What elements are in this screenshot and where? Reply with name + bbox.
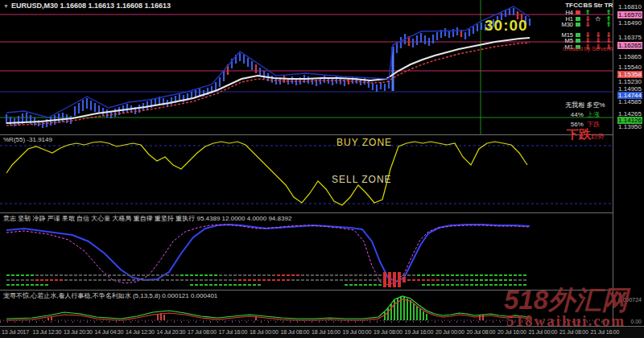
price-axis-label: 1.14585 bbox=[617, 98, 642, 105]
price-axis-label: 1.16265 bbox=[617, 42, 642, 49]
candlesticks-path bbox=[6, 8, 530, 128]
stoch-blue-line bbox=[6, 225, 530, 282]
price-axis-label: 1.16490 bbox=[617, 19, 642, 27]
candle-color-square bbox=[576, 33, 580, 37]
price-axis[interactable]: 0.000724 0.00 1.168101.165701.164901.163… bbox=[613, 0, 644, 326]
panel-separator-3[interactable] bbox=[0, 290, 644, 291]
time-axis-label: 21 Jul 00:00 bbox=[529, 329, 558, 335]
panel-separator-2[interactable] bbox=[0, 212, 644, 213]
signal-table-header: TFCCBSStrTR bbox=[557, 2, 613, 9]
time-axis-label: 18 Jul 08:00 bbox=[281, 329, 310, 335]
time-axis-label: 18 Jul 16:00 bbox=[312, 329, 341, 335]
panel-separator-1[interactable] bbox=[0, 134, 644, 135]
time-axis-label: 19 Jul 00:00 bbox=[343, 329, 372, 335]
sell-zone-label: SELL ZONE bbox=[332, 174, 392, 185]
time-axis-label: 13 Jul 20:30 bbox=[64, 329, 93, 335]
star-icon: ✩ bbox=[592, 16, 604, 23]
ma-red-dotted-line bbox=[6, 43, 530, 126]
time-axis-label: 19 Jul 16:00 bbox=[405, 329, 434, 335]
time-axis-label: 13 Jul 12:30 bbox=[33, 329, 62, 335]
sentiment-verdict: 下跌趋势 bbox=[559, 128, 612, 140]
signal-table-header-cell: CC bbox=[573, 2, 583, 9]
chart-canvas[interactable] bbox=[0, 0, 613, 326]
ohlc-values: 1.16608 1.16613 1.16608 1.16613 bbox=[60, 2, 171, 10]
strips-group bbox=[6, 272, 526, 287]
macd-panel-label: 宠辱不惊,心若止水,看人行事稳,不争名利如水 (5,13,5,8) 0.0001… bbox=[3, 291, 217, 300]
time-axis-label: 19 Jul 08:00 bbox=[374, 329, 402, 335]
price-axis-label: 1.16810 bbox=[617, 3, 642, 10]
signal-table-header-cell: Str bbox=[592, 2, 604, 9]
signal-table-header-cell: TF bbox=[557, 2, 573, 9]
time-axis-label: 20 Jul 16:00 bbox=[497, 329, 526, 335]
time-axis-label: 20 Jul 08:00 bbox=[467, 329, 496, 335]
price-axis-label: 1.15230 bbox=[617, 78, 642, 85]
time-axis-label: 18 Jul 00:00 bbox=[250, 329, 279, 335]
time-axis-label: 21 Jul 08:00 bbox=[559, 329, 588, 335]
time-axis[interactable]: 13 Jul 201713 Jul 12:3013 Jul 20:3014 Ju… bbox=[0, 327, 644, 338]
chart-dropdown-icon[interactable]: ▼ bbox=[3, 3, 9, 9]
price-axis-label: 1.16570 bbox=[617, 11, 642, 19]
price-axis-label: 1.13950 bbox=[617, 123, 642, 130]
arrow-down-icon: ⇓ bbox=[583, 22, 592, 28]
macd-axis-max: 0.000724 bbox=[617, 296, 642, 303]
signal-table: TFCCBSStrTR H4⇑⇑H1⇓✩⇑M30⇓⇑M15⇓⇓⇓M5⇓⇓⇓M1⇓… bbox=[557, 2, 613, 50]
stoch-panel-label: 意志 坚韧 冷静 严谨 果敢 自信 大心量 大格局 重自律 重坚持 重执行 95… bbox=[3, 214, 291, 223]
time-axis-label: 13 Jul 2017 bbox=[2, 329, 29, 335]
time-axis-label: 21 Jul 16:00 bbox=[591, 329, 620, 335]
wpr-panel-label: %R(55) -31.9149 bbox=[3, 136, 52, 143]
wpr-line bbox=[6, 142, 527, 205]
candle-color-square bbox=[576, 10, 580, 14]
price-axis-label: 1.15540 bbox=[617, 64, 642, 71]
symbol-timeframe: EURUSD,M30 bbox=[11, 2, 58, 10]
chart-title: ▼EURUSD,M30 1.16608 1.16613 1.16608 1.16… bbox=[3, 2, 171, 10]
time-axis-label: 14 Jul 04:30 bbox=[95, 329, 124, 335]
candlesticks-red-path bbox=[228, 11, 522, 84]
macd-axis-zero: 0.00 bbox=[630, 318, 642, 325]
price-axis-label: 1.15865 bbox=[617, 53, 642, 60]
time-axis-label: 20 Jul 00:00 bbox=[436, 329, 464, 335]
zigzag-blue-line bbox=[6, 6, 530, 117]
sentiment-block: 无我相 多空% 44% 上涨 56% 下跌 下跌趋势 bbox=[559, 101, 612, 140]
price-axis-label: 1.15358 bbox=[617, 71, 642, 78]
candle-color-square bbox=[576, 17, 580, 21]
time-axis-label: 17 Jul 16:00 bbox=[219, 329, 248, 335]
time-axis-label: 14 Jul 12:30 bbox=[126, 329, 155, 335]
buy-zone-label: BUY ZONE bbox=[336, 137, 392, 148]
trading-terminal: ▼EURUSD,M30 1.16608 1.16613 1.16608 1.16… bbox=[0, 0, 644, 338]
signal-row: M30⇓⇑ bbox=[557, 22, 613, 28]
signal-table-rows: H4⇑⇑H1⇓✩⇑M30⇓⇑M15⇓⇓⇓M5⇓⇓⇓M1⇓⇓⇓ bbox=[557, 10, 613, 50]
signal-table-header-cell: BS bbox=[583, 2, 592, 9]
candle-color-square bbox=[576, 23, 580, 27]
macd-red-line bbox=[6, 299, 530, 320]
price-axis-label: 1.16375 bbox=[617, 34, 642, 41]
time-axis-label: 17 Jul 08:00 bbox=[188, 329, 217, 335]
candle-countdown-timer: 30:00 bbox=[485, 17, 528, 35]
time-axis-label: 14 Jul 20:30 bbox=[157, 329, 186, 335]
candle-color-square bbox=[576, 39, 580, 43]
